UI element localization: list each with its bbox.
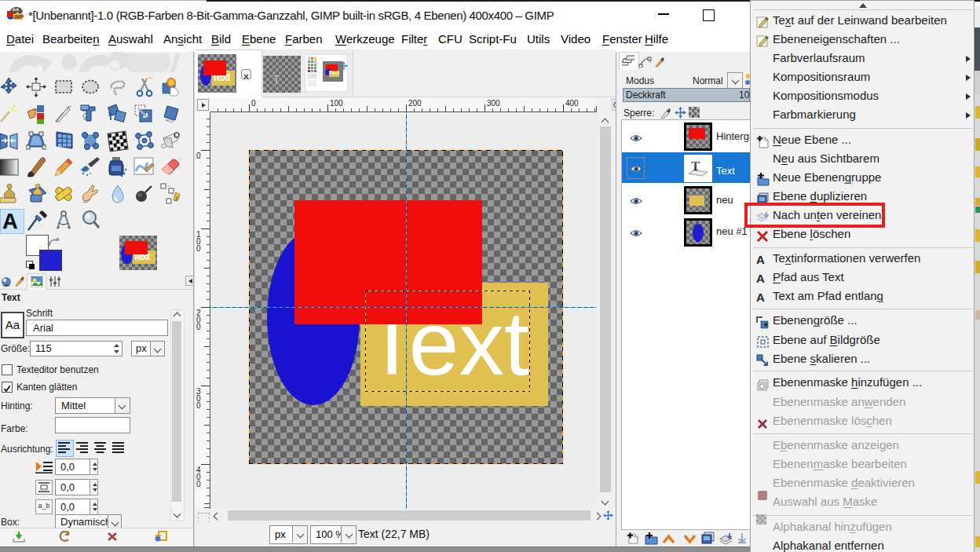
svg-text:IMP: IMP — [14, 14, 24, 20]
svg-text:T: T — [691, 159, 700, 174]
